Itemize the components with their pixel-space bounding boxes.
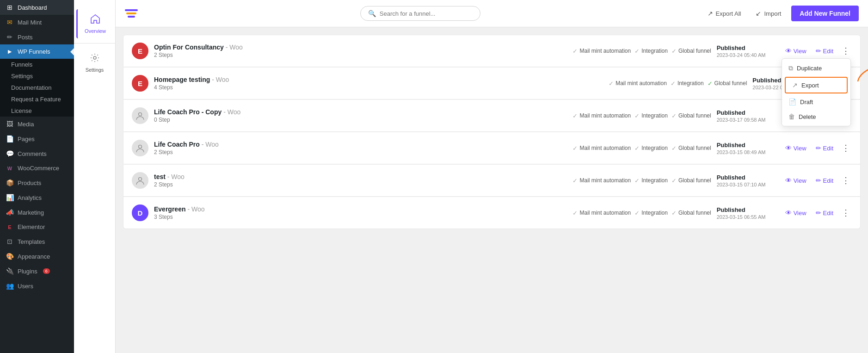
sidebar-item-templates[interactable]: ⊡ Templates — [0, 234, 74, 249]
tag-check-6-2: ✓ — [634, 210, 640, 217]
tag-check-4-3: ✓ — [671, 145, 677, 152]
inner-settings-label: Settings — [86, 67, 104, 73]
dropdown-export[interactable]: ↗ Export — [785, 77, 848, 93]
sidebar-item-license[interactable]: License — [0, 105, 74, 117]
funnel-avatar-optin: E — [132, 43, 148, 59]
tag-check-5-3: ✓ — [671, 177, 677, 184]
sidebar-item-analytics[interactable]: 📊 Analytics — [0, 190, 74, 205]
edit-icon-test: ✏ — [816, 177, 821, 184]
edit-button-test[interactable]: ✏ Edit — [813, 175, 836, 186]
sidebar-label-templates: Templates — [18, 238, 45, 245]
sidebar-item-mail-mint[interactable]: ✉ Mail Mint — [0, 15, 74, 30]
sidebar-item-plugins[interactable]: 🔌 Plugins 6 — [0, 264, 74, 279]
sidebar-item-funnels[interactable]: Funnels — [0, 59, 74, 70]
edit-icon-optin: ✏ — [816, 47, 821, 55]
funnel-row-evergreen: D Evergreen - Woo 3 Steps ✓Mail mint aut… — [123, 197, 861, 229]
search-input[interactable] — [380, 10, 473, 17]
logo — [125, 9, 138, 18]
sidebar-label-wp-funnels: WP Funnels — [18, 48, 50, 55]
tag-check-4-2: ✓ — [634, 145, 640, 152]
funnel-tags-evergreen: ✓Mail mint automation ✓Integration ✓Glob… — [573, 210, 711, 217]
funnel-tag-global: ✓Global funnel — [671, 48, 711, 55]
sidebar-item-marketing[interactable]: 📣 Marketing — [0, 205, 74, 220]
sidebar-item-products[interactable]: 📦 Products — [0, 175, 74, 190]
sidebar-label-comments: Comments — [18, 150, 47, 157]
sidebar-label-mail-mint: Mail Mint — [18, 19, 42, 26]
funnel-tag-integration: ✓Integration — [634, 48, 668, 55]
sidebar-label-users: Users — [18, 283, 33, 290]
view-icon-lc: 👁 — [785, 144, 792, 152]
view-button-test[interactable]: 👁 View — [782, 175, 809, 186]
add-funnel-button[interactable]: Add New Funnel — [791, 6, 859, 21]
dropdown-duplicate[interactable]: ⧉ Duplicate — [782, 61, 850, 76]
search-icon: 🔍 — [368, 10, 376, 17]
export-label: Export — [801, 82, 819, 89]
edit-button-lc[interactable]: ✏ Edit — [813, 142, 836, 154]
sidebar-item-elementor[interactable]: E Elementor — [0, 220, 74, 234]
funnel-steps-homepage: 4 Steps — [154, 84, 603, 91]
sidebar-item-documentation[interactable]: Documentation — [0, 82, 74, 93]
dropdown-menu-optin: ⧉ Duplicate ↗ Export 📄 Draft 🗑 Delete — [782, 58, 851, 126]
inner-sidebar-settings[interactable]: Settings — [76, 48, 113, 77]
funnel-status-date-optin: 2023-03-24 05:40 AM — [717, 52, 777, 58]
marketing-icon: 📣 — [6, 209, 14, 216]
funnel-info-homepage: Homepage testing - Woo 4 Steps — [154, 76, 603, 91]
svg-point-4 — [139, 178, 142, 181]
funnel-status-text-optin: Published — [717, 44, 777, 51]
funnel-tag-global-5: ✓Global funnel — [671, 177, 711, 184]
sidebar-item-woocommerce[interactable]: W WooCommerce — [0, 161, 74, 175]
tag-check-3-3: ✓ — [671, 112, 677, 119]
more-button-evergreen[interactable]: ⋮ — [840, 208, 852, 218]
search-box[interactable]: 🔍 — [360, 6, 480, 21]
funnel-tag-integration-5: ✓Integration — [634, 177, 668, 184]
sidebar-item-comments[interactable]: 💬 Comments — [0, 146, 74, 161]
funnel-name-homepage: Homepage testing - Woo — [154, 76, 603, 83]
logo-line-1 — [125, 9, 138, 11]
funnel-name-optin: Optin For Consultancy - Woo — [154, 43, 567, 51]
sidebar-item-media[interactable]: 🖼 Media — [0, 117, 74, 131]
media-icon: 🖼 — [6, 120, 14, 128]
edit-button-evergreen[interactable]: ✏ Edit — [813, 207, 836, 218]
more-button-lc[interactable]: ⋮ — [840, 143, 852, 153]
duplicate-label: Duplicate — [797, 65, 822, 72]
sidebar-item-users[interactable]: 👥 Users — [0, 279, 74, 293]
dropdown-draft[interactable]: 📄 Draft — [782, 94, 850, 109]
funnel-row-optin: E Optin For Consultancy - Woo 2 Steps ✓M… — [123, 35, 861, 67]
export-all-button[interactable]: ↗ Export All — [703, 7, 746, 20]
elementor-icon: E — [6, 224, 14, 230]
view-button-lc[interactable]: 👁 View — [782, 142, 809, 154]
sidebar-label-appearance: Appearance — [18, 253, 50, 260]
sidebar-label-funnels: Funnels — [11, 61, 32, 68]
more-button-optin[interactable]: ⋮ — [840, 46, 852, 56]
more-button-test[interactable]: ⋮ — [840, 175, 852, 186]
sidebar-item-wp-funnels[interactable]: ▶ WP Funnels — [0, 44, 74, 59]
dropdown-delete[interactable]: 🗑 Delete — [782, 109, 850, 124]
view-button-evergreen[interactable]: 👁 View — [782, 207, 809, 218]
funnel-woo-optin: - Woo — [226, 43, 243, 51]
sidebar-label-marketing: Marketing — [18, 209, 44, 216]
funnel-woo-test: - Woo — [167, 173, 185, 180]
templates-icon: ⊡ — [6, 238, 14, 245]
import-button[interactable]: ↙ Import — [751, 7, 786, 20]
funnel-tag-mail-3: ✓Mail mint automation — [573, 112, 631, 119]
sidebar-item-funnels-settings[interactable]: Settings — [0, 70, 74, 82]
funnel-row-homepage: E Homepage testing - Woo 4 Steps ✓Mail m… — [123, 67, 861, 99]
funnel-tags-test: ✓Mail mint automation ✓Integration ✓Glob… — [573, 177, 711, 184]
sidebar-label-posts: Posts — [18, 34, 33, 41]
funnel-actions-test: 👁 View ✏ Edit ⋮ — [782, 175, 852, 186]
inner-sidebar-overview[interactable]: Overview — [76, 9, 113, 38]
view-icon-optin: 👁 — [785, 47, 792, 55]
sidebar-item-pages[interactable]: 📄 Pages — [0, 131, 74, 146]
sidebar-item-request-feature[interactable]: Request a Feature — [0, 93, 74, 105]
sidebar-item-appearance[interactable]: 🎨 Appearance — [0, 249, 74, 264]
dashboard-icon: ⊞ — [6, 4, 14, 11]
overview-icon — [90, 14, 100, 26]
edit-button-optin[interactable]: ✏ Edit — [813, 45, 836, 56]
view-icon-evergreen: 👁 — [785, 209, 792, 217]
sidebar-item-dashboard[interactable]: ⊞ Dashboard — [0, 0, 74, 15]
view-button-optin[interactable]: 👁 View — [782, 45, 809, 56]
funnel-actions-optin: 👁 View ✏ Edit ⋮ — [782, 45, 852, 56]
funnel-avatar-lcc — [132, 107, 148, 124]
sidebar-item-posts[interactable]: ✏ Posts — [0, 30, 74, 44]
view-label-optin: View — [794, 48, 806, 55]
